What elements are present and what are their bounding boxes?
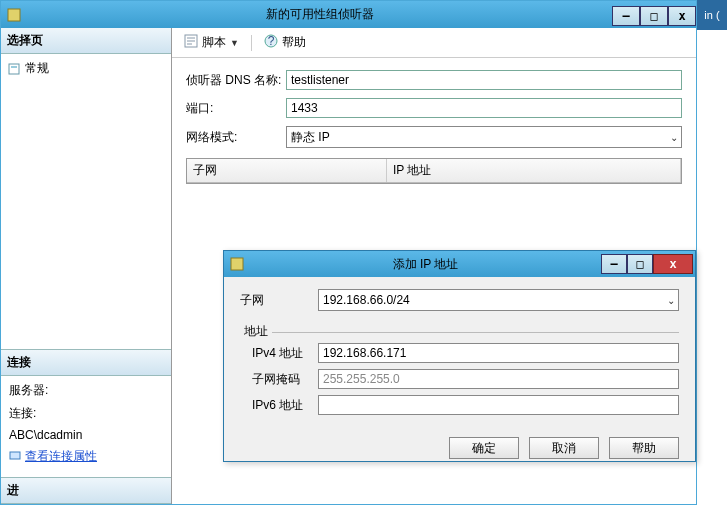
link-icon (9, 449, 21, 464)
script-label: 脚本 (202, 34, 226, 51)
svg-rect-2 (11, 66, 17, 68)
view-connection-properties-link[interactable]: 查看连接属性 (9, 448, 163, 465)
main-titlebar[interactable]: 新的可用性组侦听器 – □ x (1, 1, 696, 28)
dialog-body: 子网 192.168.66.0/24 ⌄ 地址 IPv4 地址 子网掩码 IPv… (224, 277, 695, 433)
script-icon (184, 34, 198, 51)
mask-label: 子网掩码 (252, 371, 318, 388)
dialog-titlebar[interactable]: 添加 IP 地址 – □ x (224, 251, 695, 277)
dialog-help-button[interactable]: 帮助 (609, 437, 679, 459)
ipv4-label: IPv4 地址 (252, 345, 318, 362)
ipv6-input (318, 395, 679, 415)
main-title: 新的可用性组侦听器 (27, 6, 612, 23)
app-icon (6, 7, 22, 23)
cancel-button[interactable]: 取消 (529, 437, 599, 459)
connection-value: ABC\dcadmin (9, 428, 163, 442)
help-button[interactable]: ? 帮助 (260, 32, 310, 53)
progress-header: 进 (1, 478, 171, 504)
link-text: 查看连接属性 (25, 448, 97, 465)
select-page-list: 常规 (1, 54, 171, 349)
mask-input (318, 369, 679, 389)
connection-label: 连接: (9, 405, 163, 422)
dns-label: 侦听器 DNS 名称: (186, 72, 286, 89)
maximize-button[interactable]: □ (640, 6, 668, 26)
sidebar-item-general[interactable]: 常规 (3, 58, 169, 79)
subnet-label: 子网 (240, 292, 318, 309)
port-label: 端口: (186, 100, 286, 117)
help-label: 帮助 (282, 34, 306, 51)
add-ip-dialog: 添加 IP 地址 – □ x 子网 192.168.66.0/24 ⌄ 地址 I… (223, 250, 696, 462)
ok-button[interactable]: 确定 (449, 437, 519, 459)
mode-value: 静态 IP (291, 129, 330, 146)
server-label: 服务器: (9, 382, 163, 399)
connection-section: 连接 服务器: 连接: ABC\dcadmin 查看连接属性 (1, 349, 171, 477)
dialog-icon (229, 256, 245, 272)
chevron-down-icon: ⌄ (670, 132, 678, 143)
ipv4-input[interactable] (318, 343, 679, 363)
toolbar-separator (251, 35, 252, 51)
close-button[interactable]: x (668, 6, 696, 26)
dialog-buttons: 确定 取消 帮助 (224, 433, 695, 469)
script-button[interactable]: 脚本 ▼ (180, 32, 243, 53)
progress-section: 进 (1, 477, 171, 504)
dns-input[interactable] (286, 70, 682, 90)
dialog-close-button[interactable]: x (653, 254, 693, 274)
mode-label: 网络模式: (186, 129, 286, 146)
address-fieldset: 地址 IPv4 地址 子网掩码 IPv6 地址 (240, 317, 679, 415)
subnet-select[interactable]: 192.168.66.0/24 ⌄ (318, 289, 679, 311)
svg-text:?: ? (268, 34, 275, 48)
svg-rect-0 (8, 9, 20, 21)
toolbar: 脚本 ▼ ? 帮助 (172, 28, 696, 58)
dialog-maximize-button[interactable]: □ (627, 254, 653, 274)
dialog-title: 添加 IP 地址 (250, 256, 601, 273)
sidebar: 选择页 常规 连接 服务器: 连接: ABC\dcadmin (1, 28, 172, 504)
address-legend: 地址 (240, 324, 272, 338)
select-page-header: 选择页 (1, 28, 171, 54)
dropdown-arrow-icon: ▼ (230, 38, 239, 48)
form-area: 侦听器 DNS 名称: 端口: 网络模式: 静态 IP ⌄ 子网 (172, 58, 696, 196)
connection-header: 连接 (1, 350, 171, 376)
subnet-value: 192.168.66.0/24 (323, 293, 410, 307)
grid-header: 子网 IP 地址 (187, 159, 681, 183)
sidebar-item-label: 常规 (25, 60, 49, 77)
svg-rect-7 (231, 258, 243, 270)
ipv6-label: IPv6 地址 (252, 397, 318, 414)
background-strip: in ( (697, 0, 727, 30)
grid-col-subnet[interactable]: 子网 (187, 159, 387, 182)
port-input[interactable] (286, 98, 682, 118)
chevron-down-icon: ⌄ (667, 295, 675, 306)
grid-col-ip[interactable]: IP 地址 (387, 159, 681, 182)
help-icon: ? (264, 34, 278, 51)
ip-grid[interactable]: 子网 IP 地址 (186, 158, 682, 184)
dialog-minimize-button[interactable]: – (601, 254, 627, 274)
svg-rect-1 (9, 64, 19, 74)
mode-select[interactable]: 静态 IP ⌄ (286, 126, 682, 148)
page-icon (7, 62, 21, 76)
minimize-button[interactable]: – (612, 6, 640, 26)
svg-rect-3 (10, 452, 20, 459)
